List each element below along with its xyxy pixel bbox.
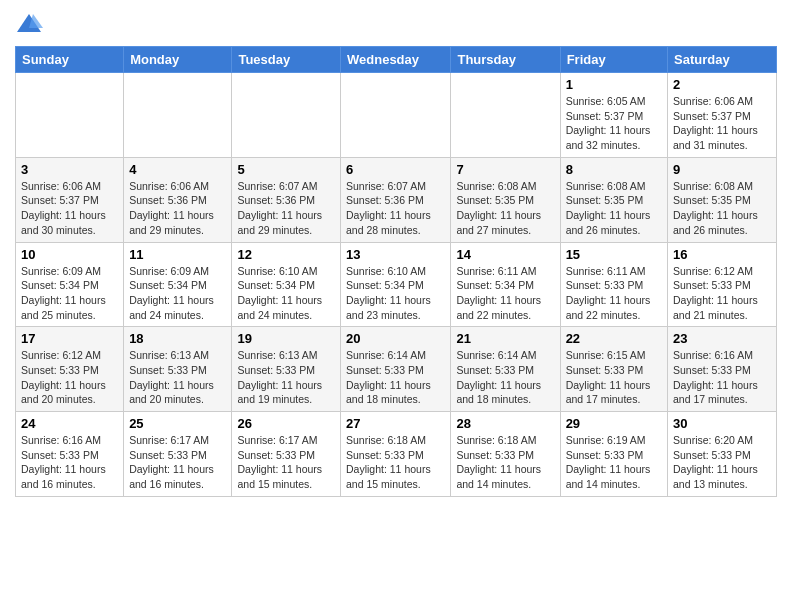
day-number: 9 (673, 162, 771, 177)
day-cell: 20Sunrise: 6:14 AM Sunset: 5:33 PM Dayli… (341, 327, 451, 412)
day-info: Sunrise: 6:12 AM Sunset: 5:33 PM Dayligh… (21, 348, 118, 407)
day-info: Sunrise: 6:14 AM Sunset: 5:33 PM Dayligh… (456, 348, 554, 407)
day-info: Sunrise: 6:07 AM Sunset: 5:36 PM Dayligh… (237, 179, 335, 238)
day-info: Sunrise: 6:10 AM Sunset: 5:34 PM Dayligh… (346, 264, 445, 323)
day-cell: 9Sunrise: 6:08 AM Sunset: 5:35 PM Daylig… (668, 157, 777, 242)
day-cell: 22Sunrise: 6:15 AM Sunset: 5:33 PM Dayli… (560, 327, 667, 412)
day-cell: 11Sunrise: 6:09 AM Sunset: 5:34 PM Dayli… (124, 242, 232, 327)
day-info: Sunrise: 6:13 AM Sunset: 5:33 PM Dayligh… (237, 348, 335, 407)
day-number: 1 (566, 77, 662, 92)
day-cell: 15Sunrise: 6:11 AM Sunset: 5:33 PM Dayli… (560, 242, 667, 327)
day-cell: 27Sunrise: 6:18 AM Sunset: 5:33 PM Dayli… (341, 412, 451, 497)
logo-icon (15, 10, 43, 38)
day-info: Sunrise: 6:20 AM Sunset: 5:33 PM Dayligh… (673, 433, 771, 492)
day-number: 7 (456, 162, 554, 177)
day-number: 17 (21, 331, 118, 346)
week-row-3: 17Sunrise: 6:12 AM Sunset: 5:33 PM Dayli… (16, 327, 777, 412)
day-cell: 13Sunrise: 6:10 AM Sunset: 5:34 PM Dayli… (341, 242, 451, 327)
day-number: 19 (237, 331, 335, 346)
weekday-friday: Friday (560, 47, 667, 73)
day-info: Sunrise: 6:10 AM Sunset: 5:34 PM Dayligh… (237, 264, 335, 323)
day-cell: 19Sunrise: 6:13 AM Sunset: 5:33 PM Dayli… (232, 327, 341, 412)
day-number: 4 (129, 162, 226, 177)
weekday-thursday: Thursday (451, 47, 560, 73)
day-number: 23 (673, 331, 771, 346)
day-number: 15 (566, 247, 662, 262)
day-info: Sunrise: 6:06 AM Sunset: 5:36 PM Dayligh… (129, 179, 226, 238)
day-info: Sunrise: 6:08 AM Sunset: 5:35 PM Dayligh… (673, 179, 771, 238)
day-number: 30 (673, 416, 771, 431)
page: SundayMondayTuesdayWednesdayThursdayFrid… (0, 0, 792, 512)
week-row-2: 10Sunrise: 6:09 AM Sunset: 5:34 PM Dayli… (16, 242, 777, 327)
calendar-table: SundayMondayTuesdayWednesdayThursdayFrid… (15, 46, 777, 497)
day-info: Sunrise: 6:09 AM Sunset: 5:34 PM Dayligh… (21, 264, 118, 323)
day-number: 25 (129, 416, 226, 431)
day-cell (232, 73, 341, 158)
day-cell: 14Sunrise: 6:11 AM Sunset: 5:34 PM Dayli… (451, 242, 560, 327)
day-info: Sunrise: 6:18 AM Sunset: 5:33 PM Dayligh… (346, 433, 445, 492)
day-info: Sunrise: 6:19 AM Sunset: 5:33 PM Dayligh… (566, 433, 662, 492)
day-cell: 30Sunrise: 6:20 AM Sunset: 5:33 PM Dayli… (668, 412, 777, 497)
day-cell: 8Sunrise: 6:08 AM Sunset: 5:35 PM Daylig… (560, 157, 667, 242)
week-row-4: 24Sunrise: 6:16 AM Sunset: 5:33 PM Dayli… (16, 412, 777, 497)
day-number: 18 (129, 331, 226, 346)
weekday-monday: Monday (124, 47, 232, 73)
weekday-header-row: SundayMondayTuesdayWednesdayThursdayFrid… (16, 47, 777, 73)
day-info: Sunrise: 6:11 AM Sunset: 5:34 PM Dayligh… (456, 264, 554, 323)
day-number: 14 (456, 247, 554, 262)
day-number: 20 (346, 331, 445, 346)
day-info: Sunrise: 6:17 AM Sunset: 5:33 PM Dayligh… (237, 433, 335, 492)
day-cell (16, 73, 124, 158)
day-cell: 26Sunrise: 6:17 AM Sunset: 5:33 PM Dayli… (232, 412, 341, 497)
day-cell: 21Sunrise: 6:14 AM Sunset: 5:33 PM Dayli… (451, 327, 560, 412)
day-cell: 17Sunrise: 6:12 AM Sunset: 5:33 PM Dayli… (16, 327, 124, 412)
day-number: 22 (566, 331, 662, 346)
day-number: 6 (346, 162, 445, 177)
day-cell (451, 73, 560, 158)
day-number: 28 (456, 416, 554, 431)
day-number: 24 (21, 416, 118, 431)
day-number: 16 (673, 247, 771, 262)
day-cell: 12Sunrise: 6:10 AM Sunset: 5:34 PM Dayli… (232, 242, 341, 327)
weekday-tuesday: Tuesday (232, 47, 341, 73)
weekday-sunday: Sunday (16, 47, 124, 73)
day-info: Sunrise: 6:12 AM Sunset: 5:33 PM Dayligh… (673, 264, 771, 323)
day-info: Sunrise: 6:18 AM Sunset: 5:33 PM Dayligh… (456, 433, 554, 492)
day-cell: 3Sunrise: 6:06 AM Sunset: 5:37 PM Daylig… (16, 157, 124, 242)
day-cell: 23Sunrise: 6:16 AM Sunset: 5:33 PM Dayli… (668, 327, 777, 412)
day-cell: 10Sunrise: 6:09 AM Sunset: 5:34 PM Dayli… (16, 242, 124, 327)
day-info: Sunrise: 6:06 AM Sunset: 5:37 PM Dayligh… (673, 94, 771, 153)
day-info: Sunrise: 6:15 AM Sunset: 5:33 PM Dayligh… (566, 348, 662, 407)
day-info: Sunrise: 6:16 AM Sunset: 5:33 PM Dayligh… (21, 433, 118, 492)
svg-marker-1 (29, 14, 43, 28)
day-number: 29 (566, 416, 662, 431)
header (15, 10, 777, 38)
day-info: Sunrise: 6:06 AM Sunset: 5:37 PM Dayligh… (21, 179, 118, 238)
day-number: 21 (456, 331, 554, 346)
day-info: Sunrise: 6:14 AM Sunset: 5:33 PM Dayligh… (346, 348, 445, 407)
day-info: Sunrise: 6:17 AM Sunset: 5:33 PM Dayligh… (129, 433, 226, 492)
day-cell: 1Sunrise: 6:05 AM Sunset: 5:37 PM Daylig… (560, 73, 667, 158)
day-cell: 18Sunrise: 6:13 AM Sunset: 5:33 PM Dayli… (124, 327, 232, 412)
day-cell: 16Sunrise: 6:12 AM Sunset: 5:33 PM Dayli… (668, 242, 777, 327)
day-cell: 24Sunrise: 6:16 AM Sunset: 5:33 PM Dayli… (16, 412, 124, 497)
day-number: 12 (237, 247, 335, 262)
day-info: Sunrise: 6:09 AM Sunset: 5:34 PM Dayligh… (129, 264, 226, 323)
day-cell: 6Sunrise: 6:07 AM Sunset: 5:36 PM Daylig… (341, 157, 451, 242)
day-info: Sunrise: 6:08 AM Sunset: 5:35 PM Dayligh… (456, 179, 554, 238)
day-cell: 7Sunrise: 6:08 AM Sunset: 5:35 PM Daylig… (451, 157, 560, 242)
day-number: 27 (346, 416, 445, 431)
week-row-1: 3Sunrise: 6:06 AM Sunset: 5:37 PM Daylig… (16, 157, 777, 242)
day-info: Sunrise: 6:07 AM Sunset: 5:36 PM Dayligh… (346, 179, 445, 238)
day-info: Sunrise: 6:05 AM Sunset: 5:37 PM Dayligh… (566, 94, 662, 153)
day-cell: 5Sunrise: 6:07 AM Sunset: 5:36 PM Daylig… (232, 157, 341, 242)
day-number: 26 (237, 416, 335, 431)
day-number: 5 (237, 162, 335, 177)
day-cell: 2Sunrise: 6:06 AM Sunset: 5:37 PM Daylig… (668, 73, 777, 158)
day-cell: 25Sunrise: 6:17 AM Sunset: 5:33 PM Dayli… (124, 412, 232, 497)
day-cell (124, 73, 232, 158)
weekday-saturday: Saturday (668, 47, 777, 73)
day-number: 10 (21, 247, 118, 262)
day-number: 2 (673, 77, 771, 92)
day-info: Sunrise: 6:11 AM Sunset: 5:33 PM Dayligh… (566, 264, 662, 323)
